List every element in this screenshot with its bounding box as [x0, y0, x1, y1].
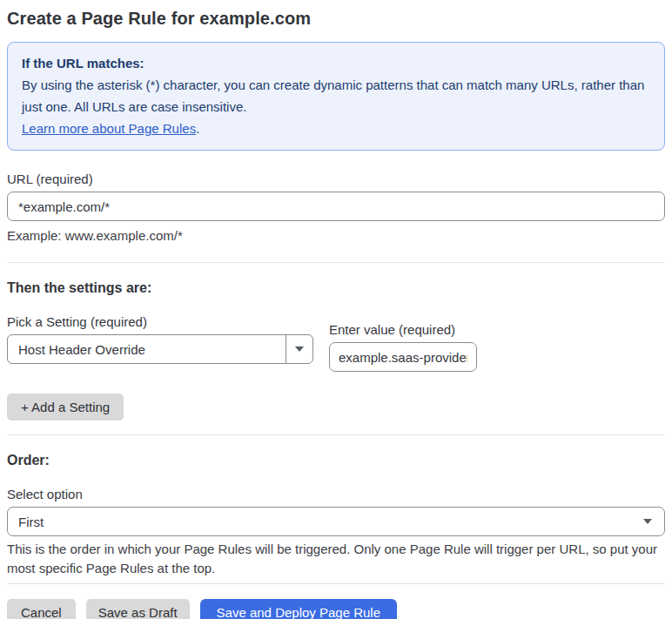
url-match-info-box: If the URL matches: By using the asteris…: [7, 42, 665, 151]
order-select-label: Select option: [7, 487, 665, 501]
order-select[interactable]: First: [7, 507, 665, 536]
info-box-heading: If the URL matches:: [22, 52, 650, 74]
pick-setting-select[interactable]: Host Header Override: [7, 334, 313, 364]
learn-more-link[interactable]: Learn more about Page Rules: [22, 121, 196, 136]
section-divider: [7, 434, 665, 435]
url-input[interactable]: [7, 192, 665, 221]
chevron-down-icon: [631, 508, 664, 535]
create-page-rule-form: Create a Page Rule for example.com If th…: [0, 0, 672, 619]
settings-section-heading: Then the settings are:: [7, 280, 665, 296]
url-field-label: URL (required): [7, 172, 665, 186]
settings-row: Pick a Setting (required) Host Header Ov…: [7, 314, 665, 372]
link-suffix: .: [196, 121, 199, 136]
enter-value-group: Enter value (required): [329, 322, 477, 372]
add-setting-button[interactable]: + Add a Setting: [7, 394, 124, 421]
order-helper-text: This is the order in which your Page Rul…: [7, 540, 665, 578]
pick-setting-label: Pick a Setting (required): [7, 314, 313, 329]
save-as-draft-button[interactable]: Save as Draft: [86, 599, 190, 619]
section-divider: [7, 262, 665, 263]
info-box-body: By using the asterisk (*) character, you…: [22, 74, 650, 118]
page-title: Create a Page Rule for example.com: [7, 9, 665, 29]
chevron-down-icon: [286, 335, 312, 363]
order-selected-value: First: [8, 515, 631, 529]
order-section-heading: Order:: [7, 453, 665, 468]
order-select-wrap: First: [7, 507, 665, 536]
footer-buttons: Cancel Save as Draft Save and Deploy Pag…: [7, 599, 665, 619]
url-example-helper: Example: www.example.com/*: [7, 228, 665, 243]
section-divider: [7, 583, 665, 584]
enter-value-label: Enter value (required): [329, 322, 477, 337]
pick-setting-group: Pick a Setting (required) Host Header Ov…: [7, 314, 313, 364]
info-box-link-line: Learn more about Page Rules.: [22, 118, 650, 139]
save-and-deploy-button[interactable]: Save and Deploy Page Rule: [200, 599, 397, 619]
pick-setting-selected-value: Host Header Override: [8, 342, 286, 357]
cancel-button[interactable]: Cancel: [7, 599, 76, 619]
setting-value-input[interactable]: [329, 342, 477, 372]
